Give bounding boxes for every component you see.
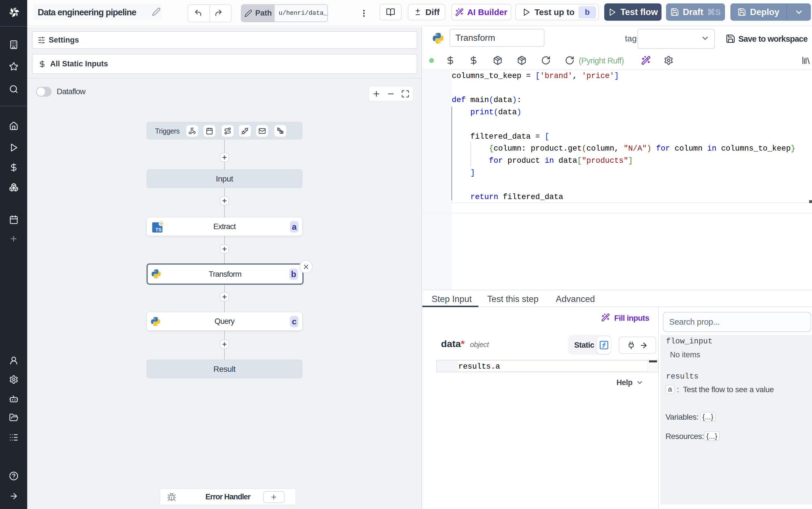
svg-text:TS: TS <box>155 227 161 233</box>
